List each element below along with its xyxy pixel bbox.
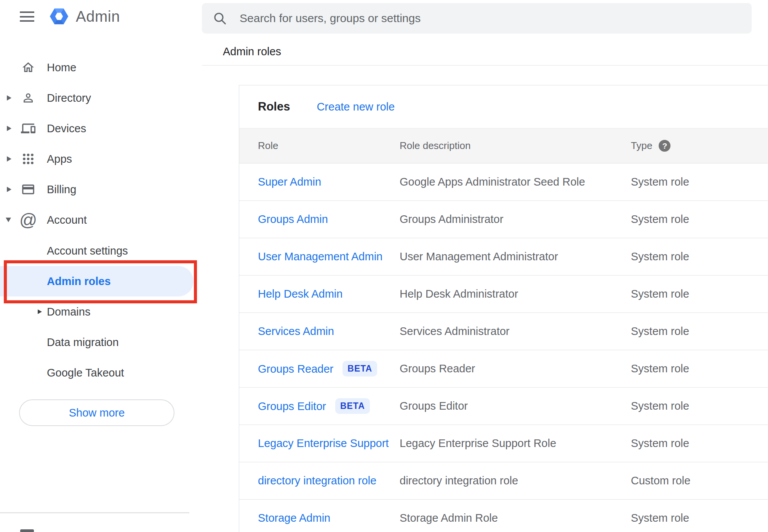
role-link[interactable]: Groups Editor (258, 400, 326, 412)
breadcrumb: Admin roles (223, 45, 281, 58)
app-title: Admin (76, 8, 120, 25)
sidebar-item-label: Apps (47, 153, 72, 165)
table-row: Storage AdminStorage Admin RoleSystem ro… (239, 500, 768, 532)
table-row: User Management AdminUser Management Adm… (239, 238, 768, 276)
admin-logo: Admin (48, 5, 120, 27)
beta-badge: BETA (342, 361, 377, 377)
table-row: Services AdminServices AdministratorSyst… (239, 313, 768, 350)
role-type: System role (631, 176, 768, 188)
role-description: directory integration role (400, 474, 631, 487)
role-description: Groups Reader (400, 362, 631, 375)
search-icon (212, 11, 227, 26)
sidebar-item-label: Billing (47, 183, 76, 196)
role-type: System role (631, 250, 768, 263)
table-row: Groups AdminGroups AdministratorSystem r… (239, 201, 768, 238)
admin-hexagon-icon (48, 5, 70, 27)
role-description: Google Apps Administrator Seed Role (400, 176, 631, 188)
role-link[interactable]: Legacy Enterprise Support (258, 437, 389, 449)
sidebar-item-home[interactable]: Home (0, 52, 202, 83)
help-icon[interactable]: ? (659, 140, 670, 152)
expander-right-icon[interactable] (38, 309, 42, 314)
header-divider (202, 65, 768, 66)
show-more-button[interactable]: Show more (19, 399, 174, 426)
role-link[interactable]: Groups Admin (258, 213, 328, 225)
at-sign-icon: @ (21, 212, 36, 228)
column-header-role: Role (239, 140, 400, 152)
menu-hamburger-icon[interactable] (20, 11, 34, 22)
expander-right-icon[interactable] (7, 187, 11, 192)
role-description: Services Administrator (400, 325, 631, 338)
role-description: Help Desk Administrator (400, 288, 631, 300)
create-new-role-link[interactable]: Create new role (317, 101, 395, 113)
devices-icon (21, 120, 36, 137)
role-type: System role (631, 288, 768, 300)
role-type: System role (631, 400, 768, 412)
role-link[interactable]: Services Admin (258, 325, 334, 337)
role-type: System role (631, 512, 768, 524)
search-bar[interactable] (202, 3, 752, 34)
role-description: Groups Editor (400, 400, 631, 412)
person-icon (21, 90, 36, 106)
role-type: System role (631, 362, 768, 375)
role-description: Groups Administrator (400, 213, 631, 226)
sidebar-divider (0, 512, 189, 513)
role-link[interactable]: directory integration role (258, 474, 376, 487)
role-link[interactable]: User Management Admin (258, 250, 382, 263)
column-header-type: Type ? (631, 140, 768, 152)
apps-grid-icon (21, 151, 36, 167)
sidebar-item-apps[interactable]: Apps (0, 144, 202, 174)
role-description: Storage Admin Role (400, 512, 631, 524)
home-icon (21, 59, 36, 76)
role-link[interactable]: Groups Reader (258, 363, 333, 375)
role-type: Custom role (631, 474, 768, 487)
sidebar-item-domains[interactable]: Domains (0, 296, 202, 327)
partial-bottom-icon (20, 529, 34, 532)
sidebar-item-devices[interactable]: Devices (0, 113, 202, 144)
sidebar-item-admin-roles[interactable]: Admin roles (0, 266, 194, 296)
sidebar-item-label: Account (47, 214, 87, 226)
role-type: System role (631, 213, 768, 226)
sidebar-item-label: Google Takeout (47, 367, 124, 379)
sidebar-item-label: Account settings (47, 245, 128, 257)
role-type: System role (631, 437, 768, 450)
table-row: Groups EditorBETAGroups EditorSystem rol… (239, 388, 768, 425)
expander-right-icon[interactable] (7, 156, 11, 162)
search-input[interactable] (239, 11, 736, 25)
sidebar-item-label: Directory (47, 92, 91, 104)
sidebar-item-billing[interactable]: Billing (0, 174, 202, 205)
role-link[interactable]: Help Desk Admin (258, 288, 342, 300)
table-row: Groups ReaderBETAGroups ReaderSystem rol… (239, 350, 768, 388)
sidebar-item-directory[interactable]: Directory (0, 83, 202, 113)
sidebar: Admin Home Directory Devices Apps (0, 0, 202, 532)
column-header-description: Role description (400, 140, 631, 152)
show-more-label: Show more (69, 407, 125, 419)
role-description: Legacy Enterprise Support Role (400, 437, 631, 450)
sidebar-item-label: Admin roles (47, 275, 111, 288)
sidebar-item-label: Data migration (47, 336, 119, 349)
roles-card-header: Roles Create new role (239, 85, 768, 128)
table-row: Help Desk AdminHelp Desk AdministratorSy… (239, 276, 768, 313)
table-row: Legacy Enterprise SupportLegacy Enterpri… (239, 425, 768, 462)
table-row: Super AdminGoogle Apps Administrator See… (239, 163, 768, 201)
roles-table-body: Super AdminGoogle Apps Administrator See… (239, 163, 768, 532)
role-link[interactable]: Storage Admin (258, 512, 330, 524)
expander-right-icon[interactable] (7, 95, 11, 101)
role-description: User Management Administrator (400, 250, 631, 263)
sidebar-item-label: Domains (47, 306, 90, 318)
sidebar-item-account[interactable]: @ Account (0, 205, 202, 235)
roles-card: Roles Create new role Role Role descript… (239, 85, 768, 532)
expander-down-icon[interactable] (6, 218, 11, 222)
table-header-row: Role Role description Type ? (239, 128, 768, 163)
sidebar-item-google-takeout[interactable]: Google Takeout (0, 357, 202, 388)
role-type: System role (631, 325, 768, 338)
card-title: Roles (258, 100, 290, 114)
sidebar-item-label: Devices (47, 122, 86, 135)
table-row: directory integration roledirectory inte… (239, 462, 768, 500)
sidebar-item-label: Home (47, 61, 76, 74)
credit-card-icon (21, 181, 36, 198)
sidebar-item-account-settings[interactable]: Account settings (0, 236, 202, 266)
sidebar-item-data-migration[interactable]: Data migration (0, 327, 202, 357)
role-link[interactable]: Super Admin (258, 176, 321, 188)
beta-badge: BETA (335, 398, 370, 414)
expander-right-icon[interactable] (7, 126, 11, 131)
